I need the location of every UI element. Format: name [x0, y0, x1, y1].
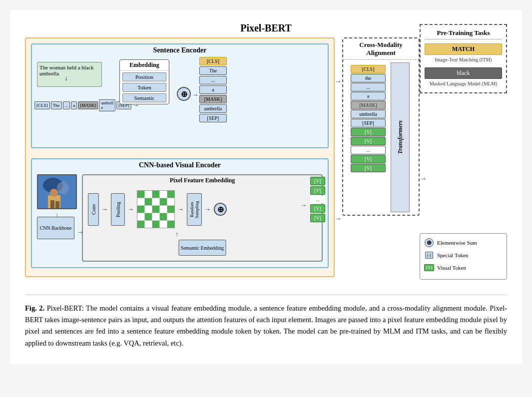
arrow-to-mlm: → [420, 175, 427, 183]
arrow-plus-to-output: → [192, 91, 199, 99]
special-token-icon: [·] [424, 250, 434, 260]
embedding-token: Token [122, 83, 166, 92]
image-placeholder [38, 175, 76, 208]
legend-special-token: [·] Special Token [424, 250, 503, 260]
match-box: MATCH [425, 43, 502, 55]
match-label: MATCH [452, 45, 475, 52]
mlm-desc: Masked Language Model (MLM) [425, 81, 502, 86]
visual-encoder: CNN-based Visual Encoder [31, 158, 329, 268]
diagram-title: Pixel-BERT [240, 22, 292, 34]
legend-visual-token: [V] Visual Token [424, 263, 503, 273]
transformers-block: Transformers [391, 62, 410, 212]
token-cls: [CLS] [34, 101, 50, 109]
sentence-encoder-title: Sentence Encoder [32, 44, 328, 56]
legend-elementwise: ⊕ Elementwise Sum [424, 238, 503, 248]
joint-tokens: [CLS] the ... a [MASK] umbrella [SEP] [V… [346, 62, 388, 212]
embedding-box: Embedding Position Token Semantic [119, 59, 169, 104]
svg-point-2 [57, 182, 69, 194]
caption-text: Pixel-BERT: The model contains a visual … [25, 304, 507, 347]
jt-sep: [SEP] [351, 119, 386, 127]
arrow4: → [205, 206, 211, 213]
visual-token-1: [V] [310, 177, 325, 185]
token-the: The [51, 101, 62, 109]
output-mask: [MASK] [199, 95, 227, 103]
cnn-backbone: CNN Backbone [37, 217, 74, 239]
jt-cls: [CLS] [351, 65, 386, 73]
svg-rect-5 [50, 200, 54, 209]
embedding-title: Embedding [120, 60, 169, 71]
conv-box: Conv [88, 193, 99, 226]
semantic-emb-box: Semantic Embedding [179, 240, 226, 256]
black-box: black [425, 67, 502, 79]
arrow2: → [128, 206, 134, 213]
jt-mask: [MASK] [351, 101, 386, 109]
output-umbrella: umbrella [199, 104, 227, 113]
image-box [37, 174, 77, 209]
jt-v2: [V] [351, 137, 386, 145]
arrow-visual-to-tokens: → [301, 202, 307, 209]
match-desc: Image-Text Matching (ITM) [425, 57, 502, 62]
pretraining-box: Pre-Training Tasks MATCH Image-Text Matc… [420, 24, 507, 93]
svg-rect-6 [55, 201, 59, 209]
jt-a: a [351, 92, 386, 100]
jt-umbrella: umbrella [351, 110, 386, 118]
plus-circle-legend-icon: ⊕ [424, 238, 434, 248]
arrow-semantic-up: ↑ [175, 231, 178, 238]
arrow1: → [102, 206, 108, 213]
elementwise-label: Elementwise Sum [437, 240, 477, 246]
text-input-box: The woman held a black umbrella [37, 62, 102, 87]
pooling-box: Pooling [111, 193, 125, 226]
visual-token-3: [V] [310, 204, 325, 213]
token-mask: [MASK] [78, 101, 98, 109]
semantic-emb-label: Semantic Embedding [181, 245, 224, 251]
token-dots: ... [63, 101, 70, 109]
joint-tokens-area: [CLS] the ... a [MASK] umbrella [SEP] [V… [343, 60, 419, 215]
jt-v4: [V] [351, 164, 386, 172]
jt-v1: [V] [351, 128, 386, 136]
plus-circle-visual: ⊕ [214, 203, 227, 216]
token-a: a [71, 101, 77, 109]
arrow3: → [178, 206, 184, 213]
cnn-label: CNN Backbone [40, 225, 72, 231]
cross-modality-box: Cross-Modality Alignment [CLS] the ... a… [342, 37, 420, 216]
visual-token-2: [V] [310, 186, 325, 195]
diagram-area: Pixel-BERT Sentence Encoder The woman he… [25, 20, 507, 285]
process-flow: Conv → Pooling → [88, 190, 227, 228]
pixel-grid [137, 190, 175, 228]
caption-bold: Fig. 2. [25, 304, 44, 312]
caption-area: Fig. 2. Pixel-BERT: The model contains a… [25, 295, 507, 349]
visual-token-label: Visual Token [437, 265, 466, 271]
output-the: The [199, 66, 227, 75]
visual-output-tokens: [V] [V] ... [V] [V] [310, 177, 325, 222]
visual-token-4: [V] [310, 214, 325, 222]
output-tokens: [CLS] The ... a [MASK] umbrella [SEP] [199, 57, 227, 122]
arrow-down: ↓ [64, 74, 68, 82]
transformers-label: Transformers [397, 120, 404, 154]
sentence-encoder: Sentence Encoder The woman held a black … [31, 43, 329, 148]
black-label: black [457, 69, 470, 76]
arrow-sentence-to-cross: → [335, 77, 342, 85]
jt-the: the [351, 74, 386, 82]
output-sep: [SEP] [199, 114, 227, 122]
jt-v3: [V] [351, 155, 386, 163]
jt-vdots: ... [351, 146, 386, 154]
visual-encoder-title: CNN-based Visual Encoder [32, 159, 328, 171]
embedding-semantic: Semantic [122, 93, 166, 102]
cross-modality-title: Cross-Modality Alignment [343, 38, 419, 60]
random-sampling-box: Random Sampling [187, 193, 202, 226]
main-container: Pixel-BERT Sentence Encoder The woman he… [10, 10, 522, 364]
pretraining-title: Pre-Training Tasks [425, 29, 502, 39]
output-dots: ... [199, 76, 227, 84]
token-umbrella: umbrella [99, 99, 115, 111]
embedding-position: Position [122, 72, 166, 81]
legend-box: ⊕ Elementwise Sum [·] Special Token [V] [420, 233, 507, 280]
output-a: a [199, 85, 227, 94]
plus-circle-sentence: ⊕ [177, 87, 191, 101]
visual-token-icon: [V] [424, 263, 434, 273]
special-token-label: Special Token [437, 252, 468, 258]
visual-token-dots: ... [310, 196, 325, 203]
jt-dots1: ... [351, 83, 386, 91]
encoders-wrapper: Sentence Encoder The woman held a black … [25, 37, 335, 277]
svg-point-4 [50, 189, 58, 197]
output-cls: [CLS] [199, 57, 227, 65]
